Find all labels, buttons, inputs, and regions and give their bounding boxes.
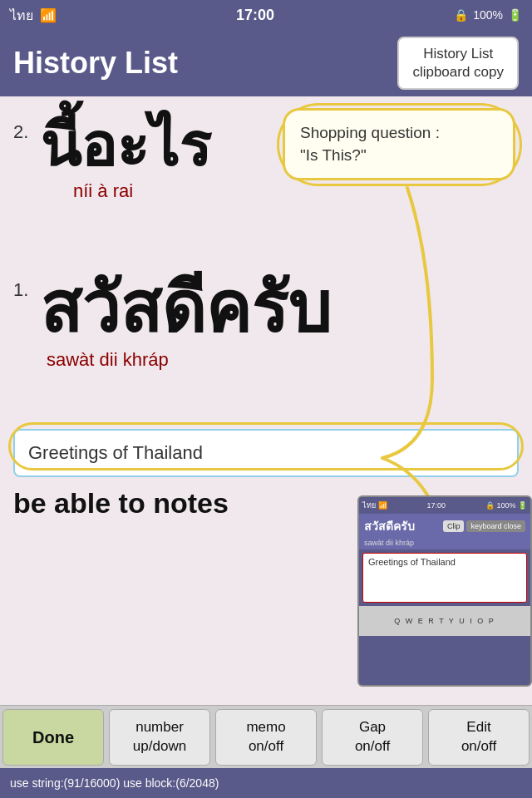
thai-text-2: นี้อะไร [40, 113, 211, 179]
page-title: History List [13, 46, 178, 81]
gap-onoff-button[interactable]: Gap on/off [322, 709, 423, 766]
battery-area: 🔒 100% 🔋 [454, 8, 522, 22]
done-button[interactable]: Done [2, 709, 104, 766]
mini-input-area[interactable]: Greetings of Thailand [362, 553, 527, 603]
mini-status-bar: ไทย 📶 17:00 🔒 100% 🔋 [359, 497, 530, 514]
battery-percent: 100% [473, 8, 503, 22]
mini-clip-button[interactable]: Clip [443, 520, 465, 532]
battery-icon: 🔋 [508, 8, 522, 22]
memo-onoff-button[interactable]: memo on/off [215, 709, 317, 766]
tooltip-text: Shopping question :"Is This?" [300, 124, 440, 164]
mini-thai-text: สวัสดีครับ [364, 517, 415, 535]
mini-thai-row: สวัสดีครับ Clip keyboard close [359, 514, 530, 539]
thai-text-1: สวัสดีครับ [40, 271, 331, 346]
mini-keyboard-close-button[interactable]: keyboard close [466, 520, 525, 532]
main-content: 2. นี้อะไร níi à rai Shopping question :… [0, 96, 532, 695]
item-number-1: 1. [13, 279, 33, 301]
header: History List History List clipboard copy [0, 30, 532, 96]
edit-onoff-button[interactable]: Edit on/off [428, 709, 530, 766]
note-input-box[interactable]: Greetings of Thailand [13, 429, 519, 477]
shopping-tooltip: Shopping question :"Is This?" [283, 108, 515, 180]
mini-phone-overlay: ไทย 📶 17:00 🔒 100% 🔋 สวัสดีครับ Clip key… [357, 495, 532, 687]
string-usage-text: use string:(91/16000) use block:(6/2048) [10, 776, 219, 790]
status-bar: ไทย 📶 17:00 🔒 100% 🔋 [0, 0, 532, 30]
toolbar: Done number up/down memo on/off Gap on/o… [0, 705, 532, 768]
romanized-1: sawàt dii khráp [47, 349, 519, 371]
mini-keyboard: Q W E R T Y U I O P [359, 606, 530, 636]
item-number-2: 2. [13, 121, 33, 143]
romanized-2: níi à rai [73, 180, 211, 202]
clipboard-copy-button[interactable]: History List clipboard copy [397, 37, 519, 90]
mini-romanized: sawàt dii khráp [359, 539, 530, 549]
status-bottom: use string:(91/16000) use block:(6/2048) [0, 768, 532, 798]
carrier-info: ไทย 📶 [10, 5, 57, 26]
time-display: 17:00 [236, 7, 274, 24]
list-item-1: 1. สวัสดีครับ sawàt dii khráp [0, 271, 532, 371]
notes-capability-text: be able to notes [13, 487, 229, 520]
number-updown-button[interactable]: number up/down [109, 709, 210, 766]
lock-icon: 🔒 [454, 8, 468, 22]
wifi-icon: 📶 [40, 7, 57, 23]
carrier-text: ไทย [10, 5, 33, 26]
